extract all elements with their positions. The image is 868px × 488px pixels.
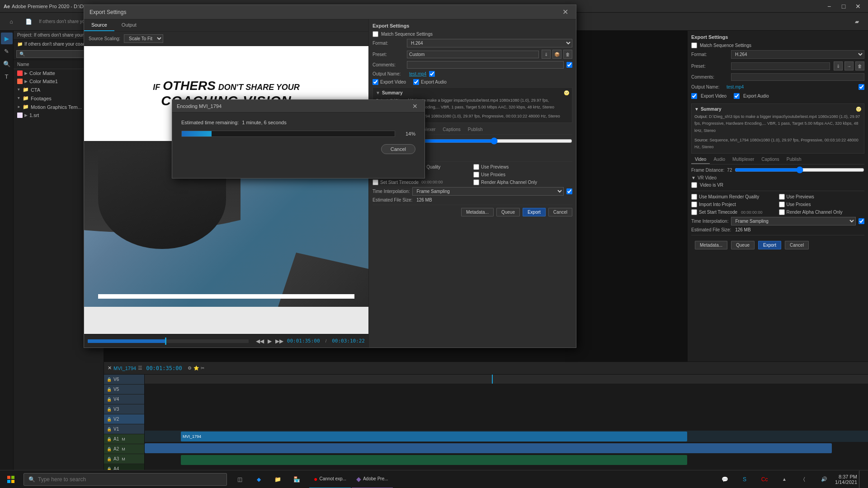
- taskbar-app-premiere[interactable]: ◆ Adobe Pre...: [352, 470, 393, 488]
- volume-icon[interactable]: 🔊: [815, 470, 833, 488]
- v2-lock-icon[interactable]: 🔒: [107, 417, 112, 422]
- tab-captions[interactable]: Captions: [758, 155, 783, 164]
- queue-button[interactable]: Queue: [731, 241, 755, 249]
- maximize-button[interactable]: □: [837, 2, 850, 11]
- dialog-export-video-check[interactable]: [373, 79, 378, 85]
- time-interp-select[interactable]: Frame Sampling: [731, 217, 856, 225]
- dialog-metadata-button[interactable]: Metadata...: [461, 208, 494, 216]
- use-max-render-check[interactable]: [691, 194, 697, 200]
- razor-tool[interactable]: ✎: [1, 45, 13, 57]
- dialog-tab-publish[interactable]: Publish: [464, 126, 486, 134]
- dialog-export-button[interactable]: Export: [523, 208, 546, 216]
- v2-clip[interactable]: MVI_1794: [181, 432, 687, 441]
- wrench-icon[interactable]: ⚙: [188, 366, 192, 371]
- export-video-check[interactable]: [691, 93, 697, 99]
- a3-lock-icon[interactable]: 🔒: [107, 457, 112, 461]
- dialog-queue-button[interactable]: Queue: [496, 208, 520, 216]
- video-is-vr-check[interactable]: [691, 182, 697, 188]
- dialog-color-picker-icon[interactable]: 🌝: [564, 90, 569, 95]
- dialog-preset-save-icon[interactable]: ⇓: [542, 50, 551, 59]
- a2-lock-icon[interactable]: 🔒: [107, 447, 112, 451]
- dialog-comments-check[interactable]: [566, 62, 572, 68]
- set-start-timecode-check[interactable]: [691, 209, 697, 215]
- dialog-fd-slider[interactable]: [416, 137, 572, 145]
- color-picker-icon[interactable]: 🌝: [856, 107, 861, 112]
- timeline-scrub[interactable]: [88, 339, 249, 343]
- export-tab-source[interactable]: Source: [84, 19, 114, 31]
- taskbar-skype-icon[interactable]: S: [736, 470, 754, 488]
- tab-multiplexer[interactable]: Multiplexer: [729, 155, 758, 164]
- dialog-time-interp-check[interactable]: [566, 188, 572, 194]
- v6-lock-icon[interactable]: 🔒: [107, 377, 112, 382]
- a1-lock-icon[interactable]: 🔒: [107, 437, 112, 441]
- taskbar-app-chrome[interactable]: ● Cannot exp...: [309, 470, 351, 488]
- export-dialog-close-button[interactable]: ✕: [560, 7, 571, 18]
- magnet-icon[interactable]: ⭐: [193, 366, 199, 371]
- taskbar-creative-cloud-icon[interactable]: Cc: [755, 470, 774, 488]
- show-desktop-button[interactable]: [859, 470, 863, 488]
- store-icon[interactable]: 🏪: [288, 470, 306, 488]
- match-sequence-check[interactable]: [691, 42, 697, 48]
- v5-lock-icon[interactable]: 🔒: [107, 387, 112, 392]
- v1-lock-icon[interactable]: 🔒: [107, 427, 112, 432]
- dialog-match-sequence-check[interactable]: [373, 31, 378, 37]
- render-alpha-check[interactable]: [779, 209, 785, 215]
- preview-play-icon[interactable]: ▶: [268, 338, 272, 344]
- taskbar-chevron-icon[interactable]: ▲: [775, 470, 793, 488]
- dialog-cancel-button[interactable]: Cancel: [548, 208, 572, 216]
- close-icon-timeline[interactable]: ✕: [108, 365, 112, 371]
- time-interp-check[interactable]: [859, 218, 864, 224]
- task-view-button[interactable]: ◫: [231, 470, 249, 488]
- network-icon[interactable]: 〈: [795, 470, 813, 488]
- dialog-preset-delete-icon[interactable]: 🗑: [563, 50, 572, 59]
- file-explorer-icon[interactable]: 📁: [269, 470, 287, 488]
- export-to-checkbox[interactable]: [859, 84, 864, 90]
- dialog-render-alpha-check[interactable]: [473, 179, 479, 185]
- home-icon[interactable]: ⌂: [5, 15, 18, 28]
- preset-input[interactable]: Custom: [731, 62, 830, 70]
- dialog-preset-input[interactable]: [407, 51, 539, 58]
- preview-play-fwd-icon[interactable]: ▶▶: [275, 338, 283, 344]
- import-into-project-check[interactable]: [691, 202, 697, 207]
- dialog-time-interp-select[interactable]: Frame Sampling: [412, 187, 564, 196]
- taskbar-search-box[interactable]: 🔍: [24, 473, 227, 486]
- v3-lock-icon[interactable]: 🔒: [107, 407, 112, 412]
- selection-tool[interactable]: ▶: [1, 33, 13, 44]
- start-button[interactable]: [0, 470, 22, 488]
- encoding-close-button[interactable]: ✕: [410, 101, 420, 111]
- tab-publish[interactable]: Publish: [783, 155, 805, 164]
- cancel-settings-button[interactable]: Cancel: [785, 241, 809, 249]
- zoom-tool[interactable]: 🔍: [1, 58, 13, 70]
- a1-clip[interactable]: [181, 455, 687, 465]
- tab-audio[interactable]: Audio: [710, 155, 729, 164]
- dialog-format-select[interactable]: H.264: [407, 39, 572, 47]
- export-tab-output[interactable]: Output: [114, 19, 144, 31]
- metadata-button[interactable]: Metadata...: [695, 241, 727, 249]
- preset-delete-icon[interactable]: 🗑: [855, 61, 864, 70]
- dialog-preset-import-icon[interactable]: 📦: [552, 50, 561, 59]
- preset-save-icon[interactable]: ⇓: [834, 61, 843, 70]
- notification-icon[interactable]: ▰: [850, 15, 863, 28]
- tab-video[interactable]: Video: [691, 155, 710, 164]
- dialog-set-start-timecode-check[interactable]: [373, 179, 378, 185]
- frame-distance-slider[interactable]: [735, 166, 864, 174]
- edge-icon[interactable]: ◆: [250, 470, 268, 488]
- dialog-comments-input[interactable]: [407, 61, 564, 69]
- dialog-use-proxies-check[interactable]: [473, 172, 479, 178]
- source-scaling-select[interactable]: Scale To Fit: [124, 34, 163, 43]
- encoding-cancel-button[interactable]: Cancel: [381, 144, 415, 154]
- v1-clip[interactable]: [145, 443, 832, 453]
- preset-import-icon[interactable]: →: [844, 61, 854, 70]
- dialog-use-previews-check[interactable]: [473, 164, 479, 170]
- minimize-button[interactable]: −: [823, 2, 835, 11]
- comments-input[interactable]: [731, 73, 864, 81]
- v4-lock-icon[interactable]: 🔒: [107, 397, 112, 402]
- export-button[interactable]: Export: [758, 241, 781, 249]
- output-name-value[interactable]: test.mp4: [725, 84, 857, 90]
- dialog-output-name-value[interactable]: test.mp4: [409, 71, 426, 76]
- type-tool[interactable]: T: [1, 70, 13, 82]
- scissors-icon[interactable]: ✂: [201, 366, 204, 371]
- dialog-output-check[interactable]: [429, 71, 435, 77]
- format-select[interactable]: H.264: [731, 50, 864, 59]
- dialog-export-audio-check[interactable]: [413, 79, 419, 85]
